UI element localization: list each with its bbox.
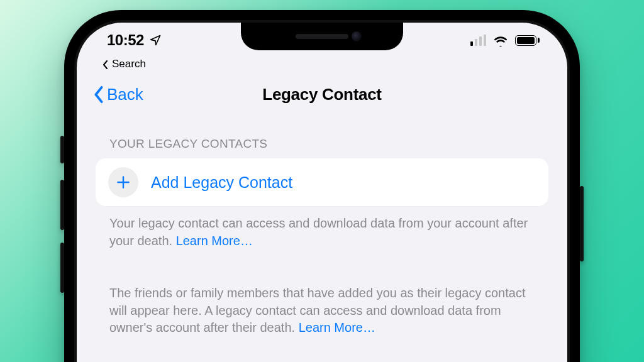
battery-icon — [515, 35, 540, 46]
section-footer-2: The friends or family members that have … — [96, 276, 548, 337]
notch — [241, 23, 403, 50]
status-bar-right — [470, 34, 540, 47]
phone-bezel: 10:52 — [74, 20, 570, 362]
phone-side-button — [60, 243, 64, 293]
footer-1-text: Your legacy contact can access and downl… — [109, 216, 528, 248]
location-icon — [149, 34, 162, 47]
content-area: YOUR LEGACY CONTACTS Add Legacy Contact … — [77, 114, 567, 337]
breadcrumb[interactable]: Search — [77, 58, 567, 74]
page-title: Legacy Contact — [262, 85, 381, 104]
back-button[interactable]: Back — [93, 85, 143, 104]
wifi-icon — [492, 34, 509, 47]
speaker-grille — [296, 34, 348, 39]
phone-side-button — [60, 180, 64, 230]
nav-bar: Back Legacy Contact — [77, 74, 567, 114]
section-footer-1: Your legacy contact can access and downl… — [96, 206, 548, 250]
back-label: Back — [107, 85, 143, 104]
section-header: YOUR LEGACY CONTACTS — [96, 126, 548, 158]
add-legacy-contact-label: Add Legacy Contact — [151, 173, 292, 192]
status-time: 10:52 — [107, 31, 144, 49]
phone-frame: 10:52 — [64, 10, 580, 362]
add-legacy-contact-button[interactable]: Add Legacy Contact — [96, 158, 548, 206]
status-bar-left: 10:52 — [107, 31, 162, 49]
chevron-left-icon — [93, 85, 104, 103]
learn-more-link-1[interactable]: Learn More… — [176, 234, 253, 248]
phone-side-button — [580, 186, 584, 261]
screen: 10:52 — [77, 23, 567, 362]
breadcrumb-label: Search — [112, 58, 146, 70]
phone-side-button — [60, 136, 64, 163]
front-camera — [352, 31, 362, 41]
plus-icon — [108, 167, 138, 197]
chevron-left-small-icon — [102, 60, 109, 69]
learn-more-link-2[interactable]: Learn More… — [299, 321, 375, 334]
cellular-icon — [470, 35, 486, 46]
